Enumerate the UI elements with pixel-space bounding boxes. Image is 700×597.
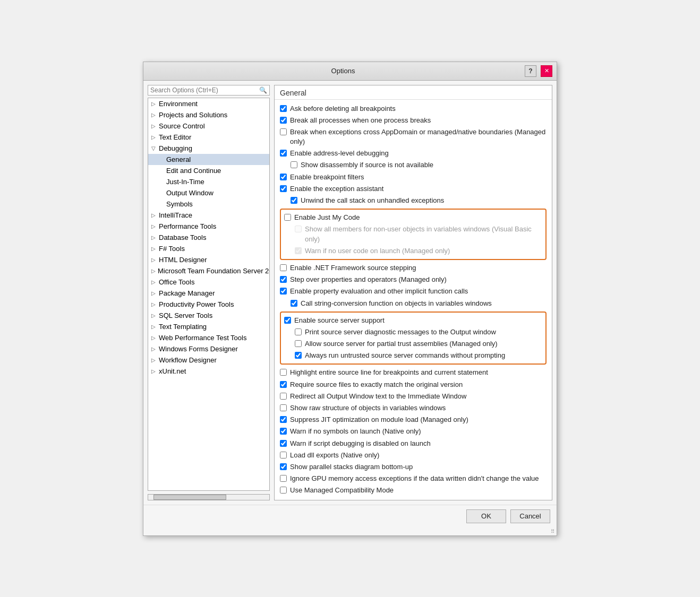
tree-item-ms-tfs[interactable]: ▷Microsoft Team Foundation Server 2013 <box>148 265 269 276</box>
tree-arrow-winforms: ▷ <box>151 346 157 352</box>
option-row-show-disassembly: Show disassembly if source is not availa… <box>280 159 547 171</box>
option-row-enable-just-my-code: Enable Just My Code <box>284 212 542 223</box>
checkbox-ask-delete-bp[interactable] <box>280 105 287 112</box>
checkbox-redirect-output[interactable] <box>280 393 287 400</box>
help-button[interactable]: ? <box>525 65 536 77</box>
tree-label-source-control: Source Control <box>159 122 205 130</box>
tree-item-projects[interactable]: ▷Projects and Solutions <box>148 109 269 120</box>
search-box[interactable]: 🔍 <box>148 85 270 96</box>
checkbox-enable-addr-debug[interactable] <box>280 150 287 157</box>
checkbox-enable-bp-filters[interactable] <box>280 174 287 180</box>
tree-arrow-projects: ▷ <box>151 112 157 118</box>
checkbox-enable-exception-asst[interactable] <box>280 185 287 192</box>
tree-item-office-tools[interactable]: ▷Office Tools <box>148 276 269 288</box>
checkbox-show-raw-structure[interactable] <box>280 404 287 411</box>
tree-arrow-text-editor: ▷ <box>151 134 157 140</box>
options-dialog: Options ? ✕ 🔍 ▷Environment▷Projects and … <box>143 62 557 536</box>
option-row-enable-exception-asst: Enable the exception assistant <box>280 183 547 195</box>
checkbox-enable-source-server[interactable] <box>284 317 291 324</box>
tree-item-fsharp-tools[interactable]: ▷F# Tools <box>148 243 269 254</box>
tree-arrow-source-control: ▷ <box>151 123 157 129</box>
tree-item-debugging[interactable]: ▽Debugging <box>148 143 269 154</box>
tree-item-general[interactable]: General <box>148 154 269 165</box>
tree-item-edit-continue[interactable]: Edit and Continue <box>148 165 269 176</box>
horizontal-scrollbar[interactable] <box>148 494 270 500</box>
tree-item-text-editor[interactable]: ▷Text Editor <box>148 132 269 143</box>
checkbox-always-run-untrusted[interactable] <box>295 352 302 359</box>
tree-item-text-templating[interactable]: ▷Text Templating <box>148 321 269 332</box>
tree-item-source-control[interactable]: ▷Source Control <box>148 120 269 132</box>
checkbox-warn-script-debug[interactable] <box>280 440 287 447</box>
cancel-button[interactable]: Cancel <box>510 509 550 523</box>
scrollbar-thumb[interactable] <box>153 495 226 500</box>
checkbox-unwind-call-stack[interactable] <box>291 197 297 204</box>
tree-item-sql-server[interactable]: ▷SQL Server Tools <box>148 310 269 321</box>
checkbox-highlight-source-line[interactable] <box>280 369 287 376</box>
search-input[interactable] <box>150 86 259 94</box>
tree-arrow-sql-server: ▷ <box>151 313 157 318</box>
resize-handle[interactable]: ⠿ <box>143 527 557 535</box>
tree-label-symbols: Symbols <box>166 200 193 208</box>
label-show-parallel-stacks: Show parallel stacks diagram bottom-up <box>290 462 413 472</box>
ok-button[interactable]: OK <box>466 509 506 523</box>
tree-item-intellitrace[interactable]: ▷IntelliTrace <box>148 210 269 221</box>
option-row-suppress-jit: Suppress JIT optimization on module load… <box>280 414 547 426</box>
checkbox-warn-no-user-code <box>295 247 302 254</box>
label-highlight-source-line: Highlight entire source line for breakpo… <box>290 368 488 377</box>
close-button[interactable]: ✕ <box>541 65 552 77</box>
tree-item-workflow[interactable]: ▷Workflow Designer <box>148 354 269 366</box>
option-row-enable-source-server: Enable source server support <box>284 315 542 326</box>
tree-item-web-perf[interactable]: ▷Web Performance Test Tools <box>148 332 269 343</box>
label-break-exceptions: Break when exceptions cross AppDomain or… <box>290 127 547 146</box>
right-panel: General Ask before deleting all breakpoi… <box>274 85 552 500</box>
label-show-raw-structure: Show raw structure of objects in variabl… <box>290 403 446 413</box>
label-require-source-match: Require source files to exactly match th… <box>290 380 463 390</box>
label-warn-script-debug: Warn if script debugging is disabled on … <box>290 439 431 448</box>
tree-item-productivity[interactable]: ▷Productivity Power Tools <box>148 299 269 310</box>
title-bar: Options ? ✕ <box>143 62 557 81</box>
checkbox-enable-just-my-code[interactable] <box>284 214 291 221</box>
tree-item-database-tools[interactable]: ▷Database Tools <box>148 232 269 243</box>
tree-item-output-window[interactable]: Output Window <box>148 187 269 198</box>
tree-arrow-performance-tools: ▷ <box>151 223 157 229</box>
checkbox-warn-no-symbols[interactable] <box>280 428 287 435</box>
checkbox-enable-prop-eval[interactable] <box>280 288 287 295</box>
tree-arrow-environment: ▷ <box>151 101 157 107</box>
tree-item-package-manager[interactable]: ▷Package Manager <box>148 288 269 299</box>
tree-arrow-debugging: ▽ <box>151 145 157 151</box>
tree-item-xunit[interactable]: ▷xUnit.net <box>148 366 269 377</box>
checkbox-ignore-gpu-memory[interactable] <box>280 475 287 482</box>
tree-item-environment[interactable]: ▷Environment <box>148 98 269 109</box>
checkbox-step-over-props[interactable] <box>280 276 287 283</box>
option-row-step-over-props: Step over properties and operators (Mana… <box>280 274 547 285</box>
tree-item-performance-tools[interactable]: ▷Performance Tools <box>148 221 269 232</box>
option-row-enable-bp-filters: Enable breakpoint filters <box>280 171 547 183</box>
checkbox-enable-net-source[interactable] <box>280 264 287 271</box>
option-row-break-exceptions: Break when exceptions cross AppDomain or… <box>280 126 547 148</box>
checkbox-allow-partial-trust[interactable] <box>295 340 302 347</box>
checkbox-suppress-jit[interactable] <box>280 416 287 423</box>
checkbox-print-source-diag[interactable] <box>295 328 302 335</box>
checkbox-use-managed-compat[interactable] <box>280 487 287 494</box>
tree-label-debugging: Debugging <box>159 144 192 152</box>
options-content: Ask before deleting all breakpointsBreak… <box>275 100 552 500</box>
tree-label-projects: Projects and Solutions <box>159 111 227 119</box>
tree-item-symbols[interactable]: Symbols <box>148 198 269 210</box>
checkbox-break-all[interactable] <box>280 117 287 124</box>
tree-item-html-designer[interactable]: ▷HTML Designer <box>148 254 269 265</box>
option-row-enable-addr-debug: Enable address-level debugging <box>280 148 547 159</box>
checkbox-require-source-match[interactable] <box>280 381 287 388</box>
checkbox-call-string-conv[interactable] <box>291 300 297 307</box>
checkbox-break-exceptions[interactable] <box>280 128 287 135</box>
option-row-warn-no-user-code: Warn if no user code on launch (Managed … <box>284 245 542 257</box>
label-warn-no-user-code: Warn if no user code on launch (Managed … <box>305 246 450 256</box>
tree-item-just-in-time[interactable]: Just-In-Time <box>148 176 269 187</box>
tree-label-sql-server: SQL Server Tools <box>159 312 212 319</box>
checkbox-show-disassembly[interactable] <box>291 161 297 168</box>
option-row-always-run-untrusted: Always run untrusted source server comma… <box>284 350 542 361</box>
tree-label-intellitrace: IntelliTrace <box>159 211 192 219</box>
tree-arrow-fsharp-tools: ▷ <box>151 246 157 252</box>
tree-item-winforms[interactable]: ▷Windows Forms Designer <box>148 343 269 354</box>
checkbox-load-dll-exports[interactable] <box>280 452 287 458</box>
checkbox-show-parallel-stacks[interactable] <box>280 463 287 470</box>
